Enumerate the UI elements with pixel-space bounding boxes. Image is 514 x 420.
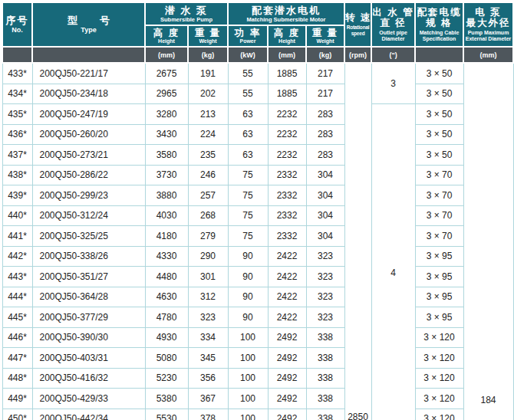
cell-pump-weight: 279 <box>188 226 228 247</box>
cell-no: 440* <box>2 205 32 226</box>
table-row: 433*200QJ50-221/172675191551885217285033… <box>2 63 513 84</box>
cell-cable: 3 × 95 <box>415 246 463 267</box>
table-row: 441*200QJ50-325/2541802797523323043 × 70 <box>2 226 513 247</box>
merged-cell-max-diameter: 184 <box>463 63 513 420</box>
col-header-outlet: 出 水 管 直 径 Outlet pipe Diameter <box>371 2 415 47</box>
table-row: 445*200QJ50-377/2947803239024223233 × 95 <box>2 307 513 328</box>
col-header-maxdia: 电 泵 最大外径 Pump Maximum External Diameter <box>463 2 513 47</box>
cell-power: 100 <box>228 409 268 420</box>
cell-power: 90 <box>228 287 268 307</box>
cell-pump-weight: 378 <box>188 409 228 420</box>
sub-header-motor-height: 高 度 Height <box>268 25 306 47</box>
col-header-no-zh: 序号 <box>3 15 31 26</box>
cell-type: 200QJ50-338/26 <box>32 246 145 267</box>
cell-cable: 3 × 120 <box>415 348 463 369</box>
unit-type <box>32 47 145 63</box>
cell-pump-height: 3280 <box>145 104 188 125</box>
cell-pump-height: 4180 <box>145 226 188 247</box>
cell-type: 200QJ50-325/25 <box>32 226 145 247</box>
col-header-speed: 转 速 Rotational speed <box>344 2 371 47</box>
cell-power: 100 <box>228 389 268 409</box>
table-row: 442*200QJ50-338/2643302909024223233 × 95 <box>2 246 513 267</box>
cell-type: 200QJ50-221/17 <box>32 63 145 84</box>
col-header-cable-en1: Matching Cable <box>416 30 463 36</box>
cell-type: 200QJ50-364/28 <box>32 287 145 307</box>
cell-pump-weight: 356 <box>188 368 228 389</box>
sub-header-motor-height-zh: 高 度 <box>269 28 305 38</box>
table-row: 434*200QJ50-234/1829652025518852173 × 50 <box>2 84 513 104</box>
cell-pump-height: 4480 <box>145 267 188 287</box>
cell-no: 445* <box>2 307 32 328</box>
cell-cable: 3 × 50 <box>415 104 463 125</box>
sub-header-pump-weight: 重 量 Weight <box>188 25 228 47</box>
col-header-speed-en2: speed <box>345 31 371 37</box>
table-row: 446*200QJ50-390/30493033410024923383 × 1… <box>2 327 513 348</box>
unit-motor-height: (mm) <box>268 47 306 63</box>
col-header-no-en: No. <box>3 26 31 34</box>
sub-header-motor-weight-zh: 重 量 <box>307 28 344 38</box>
cell-motor-height: 2492 <box>268 368 306 389</box>
sub-header-pump-weight-en: Weight <box>189 38 227 44</box>
col-header-cable: 配套电缆 规 格 Matching Cable Specification <box>415 2 463 47</box>
cell-no: 449* <box>2 389 32 409</box>
cell-type: 200QJ50-247/19 <box>32 104 145 125</box>
cell-pump-height: 3430 <box>145 124 188 145</box>
table-row: 439*200QJ50-299/2338802577523323043 × 70 <box>2 185 513 206</box>
merged-cell-speed: 2850 <box>344 63 371 420</box>
cell-cable: 3 × 120 <box>415 389 463 409</box>
pump-spec-table: 序号 No. 型 号 Type 潜 水 泵 Submersible Pump 配… <box>2 2 514 420</box>
cell-motor-height: 2492 <box>268 348 306 369</box>
col-header-outlet-zh2: 直 径 <box>372 18 414 28</box>
sub-header-pump-height-zh: 高 度 <box>146 28 187 38</box>
col-header-type-zh: 型 号 <box>33 15 144 26</box>
col-header-cable-zh2: 规 格 <box>416 18 463 28</box>
cell-pump-weight: 257 <box>188 185 228 206</box>
cell-no: 437* <box>2 145 32 166</box>
cell-power: 55 <box>228 84 268 104</box>
sub-header-pump-height-en: Height <box>146 38 187 44</box>
cell-pump-height: 5080 <box>145 348 188 369</box>
cell-pump-height: 2675 <box>145 63 188 84</box>
cell-type: 200QJ50-299/23 <box>32 185 145 206</box>
col-header-no: 序号 No. <box>2 2 32 47</box>
table-row: 449*200QJ50-429/33538036710024923383 × 1… <box>2 389 513 409</box>
units-row: (mm) (kg) (kW) (mm) (kg) (rpm) (") (mm) <box>2 47 513 63</box>
cell-power: 90 <box>228 307 268 328</box>
cell-pump-weight: 334 <box>188 327 228 348</box>
cell-motor-height: 2422 <box>268 267 306 287</box>
sub-header-motor-power-en: Power <box>229 38 267 44</box>
cell-cable: 3 × 120 <box>415 409 463 420</box>
cell-motor-height: 2232 <box>268 145 306 166</box>
cell-motor-weight: 338 <box>306 348 344 369</box>
cell-motor-height: 2332 <box>268 165 306 185</box>
cell-cable: 3 × 120 <box>415 327 463 348</box>
cell-motor-weight: 338 <box>306 368 344 389</box>
col-header-maxdia-en2: External Diameter <box>464 36 512 42</box>
cell-pump-weight: 301 <box>188 267 228 287</box>
cell-pump-weight: 202 <box>188 84 228 104</box>
cell-power: 75 <box>228 226 268 247</box>
cell-motor-height: 2232 <box>268 124 306 145</box>
cell-type: 200QJ50-273/21 <box>32 145 145 166</box>
cell-no: 439* <box>2 185 32 206</box>
cell-power: 63 <box>228 124 268 145</box>
cell-power: 63 <box>228 145 268 166</box>
col-header-maxdia-zh2: 最大外径 <box>464 18 512 28</box>
cell-power: 63 <box>228 104 268 125</box>
cell-no: 446* <box>2 327 32 348</box>
cell-no: 441* <box>2 226 32 247</box>
cell-pump-height: 5230 <box>145 368 188 389</box>
cell-power: 100 <box>228 368 268 389</box>
cell-motor-weight: 304 <box>306 205 344 226</box>
unit-pump-height: (mm) <box>145 47 188 63</box>
cell-type: 200QJ50-351/27 <box>32 267 145 287</box>
cell-power: 90 <box>228 246 268 267</box>
col-header-maxdia-en1: Pump Maximum <box>464 30 512 36</box>
cell-motor-height: 2232 <box>268 104 306 125</box>
cell-type: 200QJ50-390/30 <box>32 327 145 348</box>
cell-cable: 3 × 50 <box>415 145 463 166</box>
cell-type: 200QJ50-403/31 <box>32 348 145 369</box>
cell-pump-weight: 224 <box>188 124 228 145</box>
cell-pump-weight: 367 <box>188 389 228 409</box>
table-row: 440*200QJ50-312/2440302687523323043 × 70 <box>2 205 513 226</box>
